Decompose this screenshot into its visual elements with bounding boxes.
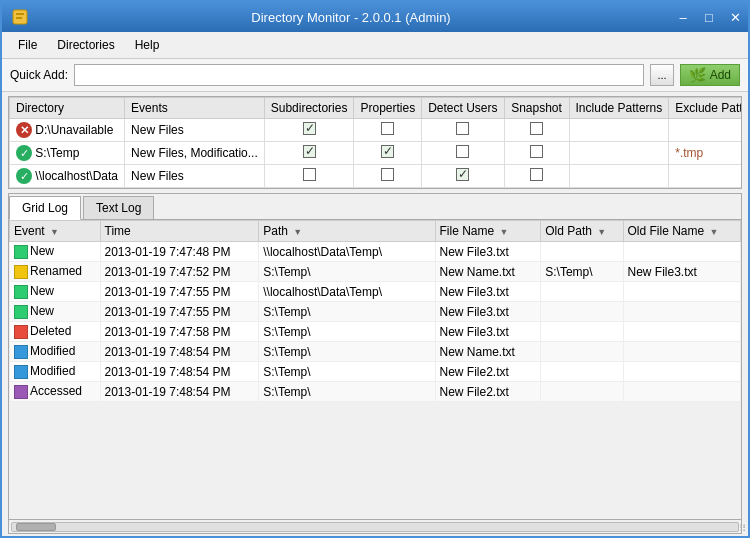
log-cell-path: \\localhost\Data\Temp\ (259, 282, 435, 302)
log-table-row[interactable]: Accessed 2013-01-19 7:48:54 PM S:\Temp\ … (10, 382, 741, 402)
log-cell-time: 2013-01-19 7:48:54 PM (100, 382, 259, 402)
log-table-row[interactable]: Modified 2013-01-19 7:48:54 PM S:\Temp\ … (10, 342, 741, 362)
event-filter-icon[interactable]: ▼ (50, 227, 59, 237)
dir-cell-directory: ✕ D:\Unavailable (10, 119, 125, 142)
window-controls: – □ ✕ (670, 4, 748, 30)
filename-filter-icon[interactable]: ▼ (500, 227, 509, 237)
detect-checkbox[interactable] (456, 122, 469, 135)
log-col-path: Path ▼ (259, 221, 435, 242)
log-col-oldpath: Old Path ▼ (541, 221, 623, 242)
log-table-row[interactable]: New 2013-01-19 7:47:48 PM \\localhost\Da… (10, 242, 741, 262)
detect-checkbox[interactable] (456, 168, 469, 181)
log-cell-oldfilename (623, 382, 741, 402)
log-cell-oldfilename (623, 242, 741, 262)
prop-checkbox[interactable] (381, 145, 394, 158)
log-cell-oldpath (541, 302, 623, 322)
quick-add-input[interactable] (74, 64, 644, 86)
log-table-row[interactable]: Deleted 2013-01-19 7:47:58 PM S:\Temp\ N… (10, 322, 741, 342)
dir-cell-events: New Files (125, 165, 265, 188)
event-color-indicator (14, 305, 28, 319)
scroll-thumb[interactable] (16, 523, 56, 531)
dir-cell-directory: ✓ \\localhost\Data (10, 165, 125, 188)
app-window: Directory Monitor - 2.0.0.1 (Admin) – □ … (0, 0, 750, 538)
col-include-patterns: Include Patterns (569, 98, 669, 119)
dir-cell-subdirs (264, 119, 354, 142)
dir-table-row[interactable]: ✓ \\localhost\Data New Files (10, 165, 742, 188)
log-table-row[interactable]: Modified 2013-01-19 7:48:54 PM S:\Temp\ … (10, 362, 741, 382)
log-cell-path: S:\Temp\ (259, 302, 435, 322)
log-cell-oldfilename (623, 362, 741, 382)
dir-cell-include (569, 142, 669, 165)
main-content: Directory Events Subdirectories Properti… (2, 92, 748, 538)
oldfilename-filter-icon[interactable]: ▼ (710, 227, 719, 237)
tab-text-log[interactable]: Text Log (83, 196, 154, 219)
col-detect-users: Detect Users (422, 98, 504, 119)
col-subdirectories: Subdirectories (264, 98, 354, 119)
close-button[interactable]: ✕ (722, 4, 748, 30)
oldpath-filter-icon[interactable]: ▼ (597, 227, 606, 237)
status-ok-icon: ✓ (16, 145, 32, 161)
snap-checkbox[interactable] (530, 122, 543, 135)
dir-cell-events: New Files (125, 119, 265, 142)
log-table-row[interactable]: New 2013-01-19 7:47:55 PM S:\Temp\ New F… (10, 302, 741, 322)
log-cell-path: \\localhost\Data\Temp\ (259, 242, 435, 262)
dir-cell-properties (354, 119, 422, 142)
menu-bar: File Directories Help (2, 32, 748, 59)
dir-cell-subdirs (264, 142, 354, 165)
add-button[interactable]: 🌿 Add (680, 64, 740, 86)
dir-cell-snapshot (504, 142, 569, 165)
event-color-indicator (14, 385, 28, 399)
subdir-checkbox[interactable] (303, 145, 316, 158)
log-col-filename: File Name ▼ (435, 221, 541, 242)
snap-checkbox[interactable] (530, 168, 543, 181)
menu-help[interactable]: Help (127, 35, 168, 55)
prop-checkbox[interactable] (381, 122, 394, 135)
tabs-bar: Grid Log Text Log (9, 194, 741, 220)
quick-add-bar: Quick Add: ... 🌿 Add (2, 59, 748, 92)
snap-checkbox[interactable] (530, 145, 543, 158)
log-cell-oldpath (541, 282, 623, 302)
maximize-button[interactable]: □ (696, 4, 722, 30)
log-cell-time: 2013-01-19 7:47:48 PM (100, 242, 259, 262)
minimize-button[interactable]: – (670, 4, 696, 30)
log-table-header: Event ▼ Time Path ▼ File Name ▼ Old Path… (10, 221, 741, 242)
log-col-event: Event ▼ (10, 221, 101, 242)
menu-directories[interactable]: Directories (49, 35, 122, 55)
log-table-row[interactable]: New 2013-01-19 7:47:55 PM \\localhost\Da… (10, 282, 741, 302)
dir-table-row[interactable]: ✓ S:\Temp New Files, Modificatio... *.tm… (10, 142, 742, 165)
log-cell-oldfilename: New File3.txt (623, 262, 741, 282)
resize-grip[interactable]: ⠿ (739, 523, 746, 534)
path-filter-icon[interactable]: ▼ (293, 227, 302, 237)
log-table-row[interactable]: Renamed 2013-01-19 7:47:52 PM S:\Temp\ N… (10, 262, 741, 282)
svg-rect-1 (16, 13, 24, 15)
dir-cell-subdirs (264, 165, 354, 188)
subdir-checkbox[interactable] (303, 122, 316, 135)
detect-checkbox[interactable] (456, 145, 469, 158)
prop-checkbox[interactable] (381, 168, 394, 181)
subdir-checkbox[interactable] (303, 168, 316, 181)
event-color-indicator (14, 265, 28, 279)
status-ok-icon: ✓ (16, 168, 32, 184)
log-section: Grid Log Text Log Event ▼ Time Path ▼ Fi… (8, 193, 742, 534)
menu-file[interactable]: File (10, 35, 45, 55)
directory-section: Directory Events Subdirectories Properti… (8, 96, 742, 189)
log-cell-oldpath (541, 342, 623, 362)
log-cell-filename: New File3.txt (435, 282, 541, 302)
log-cell-filename: New Name.txt (435, 342, 541, 362)
scroll-track (11, 522, 739, 532)
dir-cell-detectusers (422, 119, 504, 142)
log-cell-event: Modified (10, 362, 101, 382)
dir-table-row[interactable]: ✕ D:\Unavailable New Files (10, 119, 742, 142)
tab-grid-log[interactable]: Grid Log (9, 196, 81, 220)
horizontal-scrollbar[interactable] (9, 519, 741, 533)
event-color-indicator (14, 345, 28, 359)
browse-button[interactable]: ... (650, 64, 673, 86)
log-cell-event: New (10, 242, 101, 262)
dir-cell-exclude: *.tmp (669, 142, 741, 165)
log-body[interactable]: Event ▼ Time Path ▼ File Name ▼ Old Path… (9, 220, 741, 519)
log-cell-path: S:\Temp\ (259, 262, 435, 282)
log-cell-time: 2013-01-19 7:47:58 PM (100, 322, 259, 342)
log-col-oldfilename: Old File Name ▼ (623, 221, 741, 242)
log-cell-oldfilename (623, 282, 741, 302)
log-cell-path: S:\Temp\ (259, 362, 435, 382)
